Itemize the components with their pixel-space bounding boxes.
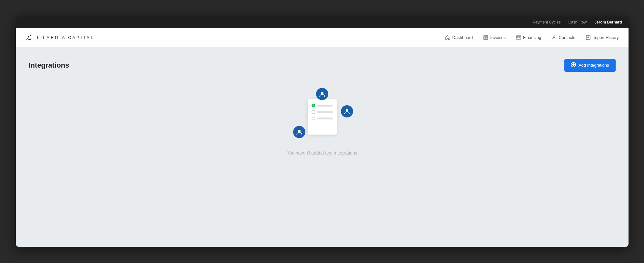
nav-financing[interactable]: Financing (516, 33, 541, 41)
logo[interactable]: ℒ LILARDIA CAPITAL (25, 33, 94, 42)
cash-flow-link[interactable]: Cash Flow (568, 20, 587, 24)
empty-illustration: ✓ (290, 91, 354, 143)
contacts-icon (551, 35, 557, 40)
user-name: Jerom Bernard (594, 20, 622, 24)
nav-links: Dashboard Invoices (445, 33, 619, 41)
check-1: ✓ (312, 104, 315, 108)
svg-text:ℒ: ℒ (26, 33, 32, 42)
svg-point-16 (346, 109, 348, 112)
line-2 (317, 111, 333, 113)
doc-row-2 (312, 110, 333, 114)
line-1 (317, 105, 333, 107)
add-icon (571, 62, 576, 69)
doc-card: ✓ (308, 99, 337, 135)
svg-point-15 (298, 130, 301, 132)
dashboard-icon (445, 35, 451, 40)
logo-text: LILARDIA CAPITAL (37, 35, 94, 40)
user-icon-top (316, 88, 328, 100)
doc-row-3 (312, 117, 333, 120)
user-icon-right (341, 105, 353, 117)
nav-contacts[interactable]: Contacts (551, 33, 575, 41)
invoices-icon (483, 35, 488, 40)
import-history-icon (586, 35, 591, 40)
user-icon-left (293, 126, 305, 138)
page-title: Integrations (29, 61, 69, 70)
nav-import-history[interactable]: Import History (586, 33, 619, 41)
check-3 (312, 117, 315, 120)
line-3 (317, 117, 333, 119)
page-header: Integrations Add Integrations (29, 59, 616, 72)
main-nav: ℒ LILARDIA CAPITAL Dashboard (16, 28, 629, 47)
nav-dashboard[interactable]: Dashboard (445, 33, 473, 41)
add-integrations-button[interactable]: Add Integrations (564, 59, 616, 72)
top-bar: Payment Cycles Cash Flow Jerom Bernard (16, 16, 629, 28)
check-2 (312, 110, 315, 114)
nav-invoices[interactable]: Invoices (483, 33, 506, 41)
main-content: Integrations Add Integrations (16, 47, 629, 247)
doc-row-1: ✓ (312, 104, 333, 108)
logo-icon: ℒ (25, 33, 35, 42)
empty-message: You haven't added any Integrations (287, 150, 357, 155)
app-window: Payment Cycles Cash Flow Jerom Bernard ℒ… (16, 16, 629, 247)
payment-cycles-link[interactable]: Payment Cycles (533, 20, 561, 24)
svg-point-14 (321, 92, 323, 94)
empty-state: ✓ (29, 91, 616, 155)
financing-icon (516, 35, 521, 40)
